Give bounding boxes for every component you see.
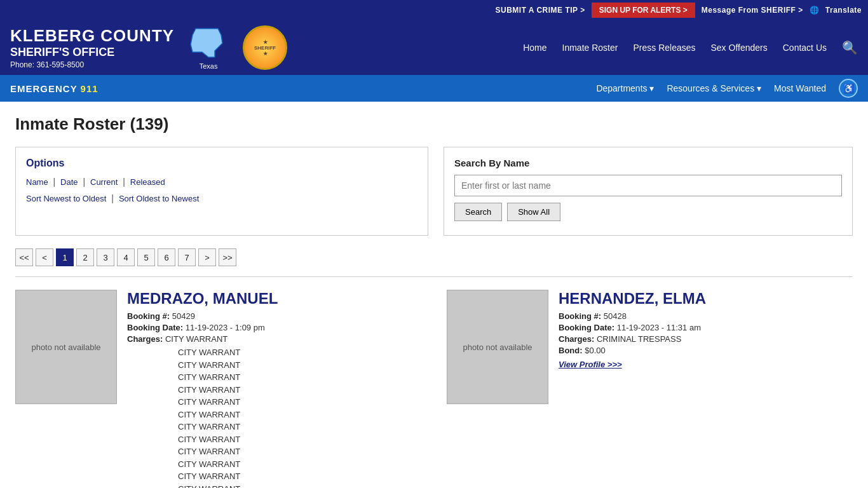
separator: | bbox=[53, 177, 58, 187]
inmate-photo-1: photo not available bbox=[447, 290, 548, 404]
search-input[interactable] bbox=[454, 175, 842, 196]
sort-oldest-link[interactable]: Sort Oldest to Newest bbox=[119, 194, 199, 203]
page-last-button[interactable]: >> bbox=[219, 248, 236, 266]
page-1-button[interactable]: 1 bbox=[56, 248, 74, 266]
inmate-booking-num-0: Booking #: 50429 bbox=[127, 311, 421, 321]
page-prev-button[interactable]: < bbox=[36, 248, 53, 266]
inmate-info-0: MEDRAZO, MANUEL Booking #: 50429 Booking… bbox=[127, 290, 421, 488]
top-bar: SUBMIT A CRIME TIP > SIGN UP FOR ALERTS … bbox=[0, 0, 868, 20]
most-wanted-link[interactable]: Most Wanted bbox=[774, 83, 826, 93]
separator: | bbox=[83, 177, 88, 187]
inmate-charges-1: Charges: CRIMINAL TRESPASS bbox=[559, 334, 853, 344]
nav-inmate-roster[interactable]: Inmate Roster bbox=[562, 43, 618, 53]
search-button[interactable]: Search bbox=[454, 203, 502, 221]
nav-contact-us[interactable]: Contact Us bbox=[783, 43, 827, 53]
page-6-button[interactable]: 6 bbox=[158, 248, 175, 266]
page-4-button[interactable]: 4 bbox=[117, 248, 135, 266]
message-sheriff-link[interactable]: Message From SHERIFF > bbox=[702, 6, 803, 15]
translate-link[interactable]: Translate bbox=[825, 6, 862, 15]
show-all-button[interactable]: Show All bbox=[507, 203, 560, 221]
inmate-name-0: MEDRAZO, MANUEL bbox=[127, 290, 421, 308]
resources-link[interactable]: Resources & Services ▾ bbox=[667, 83, 761, 93]
sort-links-row: Name | Date | Current | Released bbox=[26, 177, 417, 187]
inmate-charge-list-0: CITY WARRANT CITY WARRANT CITY WARRANT C… bbox=[127, 346, 421, 488]
emergency-badge: EMERGENCY 911 bbox=[10, 83, 98, 94]
inmate-name-1: HERNANDEZ, ELMA bbox=[559, 290, 853, 308]
texas-map-icon bbox=[189, 25, 227, 60]
crime-tip-link[interactable]: SUBMIT A CRIME TIP > bbox=[495, 6, 585, 15]
view-profile-link-1: View Profile >>> bbox=[559, 359, 853, 369]
office-name: SHERIFF'S OFFICE bbox=[10, 46, 174, 59]
divider bbox=[15, 276, 853, 277]
page-2-button[interactable]: 2 bbox=[76, 248, 94, 266]
state-label: Texas bbox=[189, 62, 227, 70]
search-box: Search By Name Search Show All bbox=[444, 147, 853, 236]
phone-number: Phone: 361-595-8500 bbox=[10, 60, 174, 69]
inmates-row: photo not available MEDRAZO, MANUEL Book… bbox=[15, 290, 853, 488]
search-title: Search By Name bbox=[454, 158, 842, 168]
inmate-booking-num-1: Booking #: 50428 bbox=[559, 311, 853, 321]
sort-current-link[interactable]: Current bbox=[90, 177, 118, 187]
departments-link[interactable]: Departments ▾ bbox=[596, 83, 654, 93]
search-icon-button[interactable]: 🔍 bbox=[842, 40, 858, 55]
accessibility-button[interactable]: ♿ bbox=[839, 79, 858, 98]
inmate-booking-date-1: Booking Date: 11-19-2023 - 11:31 am bbox=[559, 323, 853, 332]
secondary-nav-links: Departments ▾ Resources & Services ▾ Mos… bbox=[596, 79, 858, 98]
chevron-down-icon: ▾ bbox=[757, 83, 761, 93]
inmate-info-1: HERNANDEZ, ELMA Booking #: 50428 Booking… bbox=[559, 290, 853, 488]
page-3-button[interactable]: 3 bbox=[97, 248, 114, 266]
sheriff-badge: ★SHERIFF★ bbox=[243, 25, 287, 70]
separator: | bbox=[123, 177, 128, 187]
main-nav: Home Inmate Roster Press Releases Sex Of… bbox=[523, 40, 858, 55]
globe-icon: 🌐 bbox=[810, 6, 819, 15]
inmate-card-0: photo not available MEDRAZO, MANUEL Book… bbox=[15, 290, 421, 488]
view-profile-link[interactable]: View Profile >>> bbox=[559, 360, 622, 369]
inmate-card-1: photo not available HERNANDEZ, ELMA Book… bbox=[447, 290, 853, 488]
chevron-down-icon: ▾ bbox=[649, 83, 654, 93]
site-header: KLEBERG COUNTY SHERIFF'S OFFICE Phone: 3… bbox=[0, 20, 868, 75]
state-map: Texas bbox=[189, 25, 227, 70]
inmate-charges-0: Charges: CITY WARRANT bbox=[127, 334, 421, 344]
options-title: Options bbox=[26, 158, 417, 169]
page-5-button[interactable]: 5 bbox=[137, 248, 155, 266]
page-next-button[interactable]: > bbox=[198, 248, 216, 266]
search-buttons: Search Show All bbox=[454, 203, 842, 221]
sort-order-row: Sort Newest to Oldest | Sort Oldest to N… bbox=[26, 193, 417, 203]
secondary-nav: EMERGENCY 911 Departments ▾ Resources & … bbox=[0, 75, 868, 102]
main-content: Inmate Roster (139) Options Name | Date … bbox=[0, 102, 868, 488]
svg-marker-0 bbox=[191, 29, 222, 57]
sort-newest-link[interactable]: Sort Newest to Oldest bbox=[26, 194, 106, 203]
nav-sex-offenders[interactable]: Sex Offenders bbox=[711, 43, 768, 53]
sort-date-link[interactable]: Date bbox=[60, 177, 78, 187]
inmate-photo-0: photo not available bbox=[15, 290, 117, 404]
logo-text: KLEBERG COUNTY SHERIFF'S OFFICE Phone: 3… bbox=[10, 26, 174, 69]
pagination: << < 1 2 3 4 5 6 7 > >> bbox=[15, 248, 853, 266]
page-title: Inmate Roster (139) bbox=[15, 114, 853, 134]
nav-home[interactable]: Home bbox=[523, 43, 546, 53]
inmate-bond-1: Bond: $0.00 bbox=[559, 346, 853, 355]
separator: | bbox=[111, 193, 116, 203]
options-box: Options Name | Date | Current | Released… bbox=[15, 147, 428, 236]
options-search-row: Options Name | Date | Current | Released… bbox=[15, 147, 853, 236]
county-name: KLEBERG COUNTY bbox=[10, 26, 174, 46]
sort-name-link[interactable]: Name bbox=[26, 177, 48, 187]
page-first-button[interactable]: << bbox=[15, 248, 33, 266]
sort-released-link[interactable]: Released bbox=[130, 177, 165, 187]
nav-press-releases[interactable]: Press Releases bbox=[633, 43, 695, 53]
sign-up-button[interactable]: SIGN UP FOR ALERTS > bbox=[592, 3, 695, 18]
inmate-booking-date-0: Booking Date: 11-19-2023 - 1:09 pm bbox=[127, 323, 421, 332]
page-7-button[interactable]: 7 bbox=[178, 248, 196, 266]
